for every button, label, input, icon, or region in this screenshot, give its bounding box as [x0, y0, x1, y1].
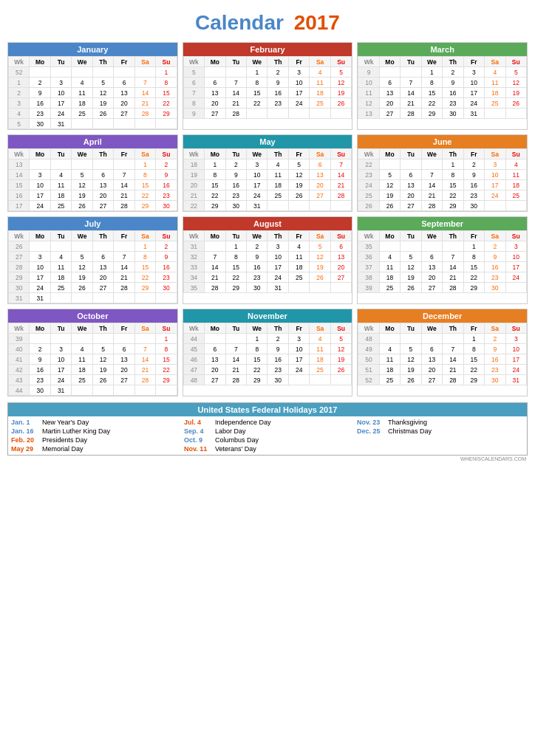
day-cell: 1: [156, 334, 177, 344]
day-cell: 11: [505, 170, 527, 180]
day-cell: 11: [485, 78, 505, 88]
col-header-fr: Fr: [288, 231, 309, 241]
day-cell: 19: [505, 88, 527, 98]
day-cell: 6: [92, 252, 113, 262]
day-cell: 27: [92, 201, 113, 211]
day-cell: 11: [72, 88, 92, 98]
day-cell: 10: [50, 354, 71, 365]
week-row: 423242526272829: [9, 109, 177, 119]
day-cell: 29: [247, 375, 268, 385]
day-cell: [72, 385, 92, 396]
day-cell: 7: [401, 78, 421, 88]
holidays-header: United States Federal Holidays 2017: [8, 403, 527, 416]
week-row: 713141516171819: [183, 88, 352, 98]
col-header-tu: Tu: [50, 57, 71, 67]
day-cell: 21: [421, 190, 442, 201]
week-row: 316171819202122: [9, 98, 177, 109]
day-cell: [134, 385, 155, 396]
day-cell: 13: [205, 354, 225, 365]
day-cell: [156, 119, 177, 129]
day-cell: 28: [443, 283, 463, 293]
week-row: 12345678: [9, 78, 177, 88]
day-cell: [268, 109, 288, 119]
week-row: 2122232425262728: [183, 190, 352, 201]
day-cell: [288, 283, 309, 293]
week-row: 66789101112: [183, 78, 352, 88]
week-row: 3528293031: [183, 283, 352, 293]
day-cell: [310, 375, 330, 385]
day-cell: 24: [50, 375, 71, 385]
week-number: 16: [9, 190, 30, 201]
day-cell: 19: [72, 190, 92, 201]
day-cell: 8: [156, 78, 177, 88]
day-cell: 30: [443, 109, 463, 119]
week-number: 44: [9, 385, 30, 396]
day-cell: [205, 334, 225, 344]
day-cell: 10: [505, 252, 527, 262]
col-header-su: Su: [330, 57, 352, 67]
day-cell: 26: [288, 190, 309, 201]
day-cell: 21: [134, 365, 155, 375]
day-cell: 22: [225, 272, 246, 283]
week-row: 456789101112: [183, 344, 352, 354]
day-cell: 30: [247, 283, 268, 293]
holiday-row: May 29Memorial Day: [11, 444, 178, 453]
col-header-we: We: [72, 149, 92, 159]
col-header-th: Th: [443, 323, 463, 334]
day-cell: [156, 293, 177, 303]
day-cell: 9: [225, 170, 246, 180]
week-row: 4323242526272829: [9, 375, 177, 385]
col-header-we: We: [72, 323, 92, 334]
day-cell: 6: [310, 159, 330, 170]
day-cell: 1: [134, 241, 155, 252]
holiday-name: Thanksgiving: [388, 419, 427, 426]
week-row: 1113141516171819: [358, 88, 527, 98]
col-header-th: Th: [443, 57, 463, 67]
day-cell: 5: [92, 344, 113, 354]
day-cell: 5: [379, 170, 400, 180]
holiday-name: Memorial Day: [42, 445, 84, 453]
day-cell: 16: [268, 354, 288, 365]
day-cell: [92, 119, 113, 129]
day-cell: 15: [156, 354, 177, 365]
day-cell: [379, 334, 400, 344]
col-header-we: We: [72, 231, 92, 241]
day-cell: 1: [443, 159, 463, 170]
col-header-tu: Tu: [401, 323, 421, 334]
day-cell: 10: [30, 262, 50, 272]
day-cell: [92, 385, 113, 396]
day-cell: [247, 109, 268, 119]
day-cell: 19: [330, 354, 352, 365]
day-cell: [50, 334, 71, 344]
day-cell: 24: [463, 98, 484, 109]
day-cell: 24: [485, 190, 505, 201]
day-cell: 12: [310, 252, 330, 262]
week-row: 512345: [183, 67, 352, 78]
day-cell: [156, 385, 177, 396]
day-cell: 24: [30, 201, 50, 211]
week-number: 22: [358, 159, 379, 170]
watermark: WHENISCALENDARS.COM: [7, 456, 528, 462]
day-cell: 22: [247, 365, 268, 375]
day-cell: 22: [156, 365, 177, 375]
day-cell: 7: [225, 344, 246, 354]
week-number: 32: [183, 252, 204, 262]
day-cell: 8: [247, 344, 268, 354]
week-row: 443031: [9, 385, 177, 396]
week-number: 2: [9, 88, 30, 98]
col-header-wk: Wk: [358, 323, 379, 334]
week-number: 45: [183, 344, 204, 354]
col-header-fr: Fr: [114, 57, 134, 67]
day-cell: 13: [92, 262, 113, 272]
day-cell: 2: [30, 344, 50, 354]
month-june: JuneWkMoTuWeThFrSaSu22123423567891011241…: [357, 134, 528, 212]
holiday-name: Veterans' Day: [215, 445, 256, 453]
day-cell: [288, 201, 309, 211]
col-header-su: Su: [505, 149, 527, 159]
day-cell: 3: [505, 334, 527, 344]
day-cell: 24: [505, 272, 527, 283]
day-cell: [72, 119, 92, 129]
week-row: 419101112131415: [9, 354, 177, 365]
day-cell: 29: [156, 109, 177, 119]
day-cell: 12: [401, 354, 421, 365]
